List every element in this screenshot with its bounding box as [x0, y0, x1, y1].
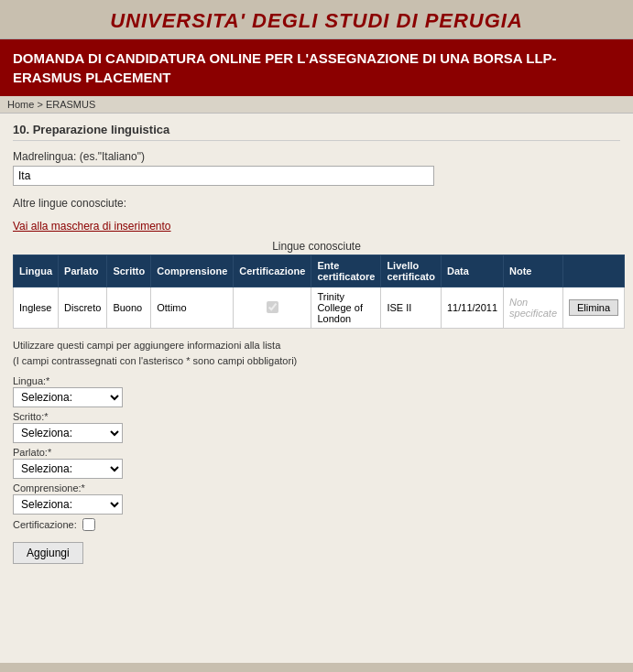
cell-ente: Trinity College of London: [311, 287, 381, 329]
certificazione-label: Certificazione:: [13, 519, 77, 530]
altre-lingue-label: Altre lingue conosciute:: [13, 197, 620, 210]
scritto-row: Scritto:* Seleziona:: [13, 411, 620, 443]
madrelingua-label: Madrelingua: (es."Italiano"): [13, 150, 620, 163]
cell-lingua: Inglese: [14, 287, 59, 329]
scritto-label: Scritto:*: [13, 411, 620, 422]
insert-mask-link[interactable]: Vai alla maschera di inserimento: [13, 220, 171, 233]
table-row: Inglese Discreto Buono Ottimo Trinity Co…: [14, 287, 625, 329]
breadcrumb: Home > ERASMUS: [0, 96, 633, 114]
languages-table-container: Lingue conosciute Lingua Parlato Scritto…: [13, 240, 620, 329]
cell-note: Non specificate: [504, 287, 563, 329]
cert-checkbox-display: [267, 301, 278, 313]
breadcrumb-current: ERASMUS: [46, 99, 95, 110]
col-lingua: Lingua: [14, 255, 59, 287]
scritto-select[interactable]: Seleziona:: [13, 423, 123, 443]
cell-parlato: Discreto: [59, 287, 107, 329]
page-title: DOMANDA DI CANDIDATURA ONLINE PER L'ASSE…: [0, 39, 633, 96]
header-logo: UNIVERSITA' DEGLI STUDI DI PERUGIA: [0, 0, 633, 39]
elimina-button[interactable]: Elimina: [569, 299, 618, 316]
lingua-row: Lingua:* Seleziona:: [13, 375, 620, 407]
cell-certificazione: [234, 287, 311, 329]
parlato-row: Parlato:* Seleziona:: [13, 447, 620, 479]
cell-scritto: Buono: [107, 287, 151, 329]
certificazione-checkbox[interactable]: [82, 518, 95, 531]
languages-title: Lingue conosciute: [13, 240, 620, 253]
col-data: Data: [441, 255, 503, 287]
cell-data: 11/11/2011: [441, 287, 503, 329]
languages-table: Lingua Parlato Scritto Comprensione Cert…: [13, 255, 625, 329]
parlato-select[interactable]: Seleziona:: [13, 459, 123, 479]
col-ente: Ente certificatore: [311, 255, 381, 287]
main-content: 10. Preparazione linguistica Madrelingua…: [0, 114, 633, 663]
aggiungi-button[interactable]: Aggiungi: [13, 542, 83, 564]
col-scritto: Scritto: [107, 255, 151, 287]
col-action: [563, 255, 625, 287]
col-livello: Livello certificato: [381, 255, 442, 287]
comprensione-select[interactable]: Seleziona:: [13, 494, 123, 515]
cell-action[interactable]: Elimina: [563, 287, 625, 329]
madrelingua-input[interactable]: [13, 166, 434, 186]
breadcrumb-home[interactable]: Home: [7, 99, 34, 110]
lingua-select[interactable]: Seleziona:: [13, 387, 123, 407]
cell-livello: ISE II: [381, 287, 442, 329]
comprensione-row: Comprensione:* Seleziona:: [13, 482, 620, 515]
col-note: Note: [504, 255, 563, 287]
section-title: 10. Preparazione linguistica: [13, 123, 620, 141]
info-text: Utilizzare questi campi per aggiungere i…: [13, 338, 620, 368]
comprensione-label: Comprensione:*: [13, 482, 620, 493]
add-form: Lingua:* Seleziona: Scritto:* Seleziona:…: [13, 375, 620, 564]
parlato-label: Parlato:*: [13, 447, 620, 458]
col-comprensione: Comprensione: [151, 255, 234, 287]
certificazione-row: Certificazione:: [13, 518, 620, 531]
col-parlato: Parlato: [59, 255, 107, 287]
cell-comprensione: Ottimo: [151, 287, 234, 329]
col-certificazione: Certificazione: [234, 255, 311, 287]
lingua-label: Lingua:*: [13, 375, 620, 386]
university-title: UNIVERSITA' DEGLI STUDI DI PERUGIA: [110, 9, 523, 32]
